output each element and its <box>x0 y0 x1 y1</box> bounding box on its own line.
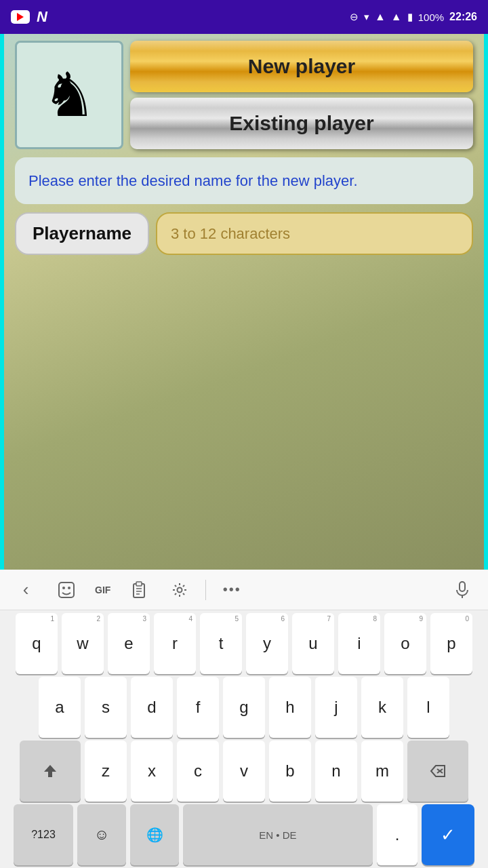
key-i[interactable]: i8 <box>338 613 380 674</box>
battery-percent: 100% <box>418 12 444 23</box>
youtube-icon <box>11 10 30 24</box>
svg-point-2 <box>68 587 70 589</box>
svg-rect-4 <box>136 582 142 586</box>
key-p[interactable]: p0 <box>430 613 472 674</box>
signal-icon-2: ▲ <box>391 11 402 23</box>
clock: 22:26 <box>449 11 477 23</box>
keyboard-area: ‹ GIF ••• <box>0 570 488 868</box>
keyboard-gif-button[interactable]: GIF <box>89 585 116 595</box>
key-q[interactable]: q1 <box>16 613 58 674</box>
key-backspace[interactable] <box>407 741 468 802</box>
minus-icon: ⊖ <box>350 11 359 23</box>
key-emoji[interactable]: ☺ <box>77 804 126 865</box>
key-b[interactable]: b <box>269 741 311 802</box>
status-left-icons: N <box>11 8 47 26</box>
key-r[interactable]: r4 <box>154 613 196 674</box>
input-row: Playername <box>15 212 473 255</box>
svg-point-8 <box>178 587 182 592</box>
key-w[interactable]: w2 <box>62 613 104 674</box>
key-j[interactable]: j <box>315 677 357 738</box>
key-c[interactable]: c <box>177 741 219 802</box>
key-space[interactable]: EN • DE <box>183 804 373 865</box>
key-y[interactable]: y6 <box>246 613 288 674</box>
key-s[interactable]: s <box>85 677 127 738</box>
key-t[interactable]: t5 <box>200 613 242 674</box>
key-row-4: ?123 ☺ 🌐 EN • DE . ✓ <box>3 804 485 865</box>
buttons-column: New player Existing player <box>130 41 473 149</box>
key-k[interactable]: k <box>361 677 403 738</box>
key-done[interactable]: ✓ <box>422 804 474 865</box>
status-right-icons: ⊖ ▾ ▲ ▲ ▮ 100% 22:26 <box>350 11 477 23</box>
status-bar: N ⊖ ▾ ▲ ▲ ▮ 100% 22:26 <box>0 0 488 34</box>
key-h[interactable]: h <box>269 677 311 738</box>
keyboard-sticker-button[interactable] <box>49 575 84 605</box>
keyboard-mic-button[interactable] <box>445 575 480 605</box>
toolbar-separator <box>205 580 206 600</box>
key-g[interactable]: g <box>223 677 265 738</box>
wifi-icon: ▾ <box>364 11 369 23</box>
key-row-2: a s d f g h j k l <box>3 677 485 738</box>
new-player-button[interactable]: New player <box>130 41 473 92</box>
key-f[interactable]: f <box>177 677 219 738</box>
keyboard-clipboard-button[interactable] <box>121 575 157 605</box>
playername-label: Playername <box>15 212 149 255</box>
playername-input[interactable] <box>156 212 473 255</box>
key-u[interactable]: u7 <box>292 613 334 674</box>
keyboard-back-button[interactable]: ‹ <box>8 575 43 605</box>
n-app-icon: N <box>37 8 47 26</box>
key-e[interactable]: e3 <box>108 613 150 674</box>
keyboard-settings-button[interactable] <box>162 575 197 605</box>
svg-rect-9 <box>460 582 465 591</box>
existing-player-button[interactable]: Existing player <box>130 98 473 149</box>
key-l[interactable]: l <box>407 677 449 738</box>
top-header: ♞ New player Existing player <box>15 41 473 149</box>
keyboard-more-button[interactable]: ••• <box>214 575 249 605</box>
key-d[interactable]: d <box>131 677 173 738</box>
key-globe[interactable]: 🌐 <box>130 804 179 865</box>
key-v[interactable]: v <box>223 741 265 802</box>
battery-icon: ▮ <box>407 11 413 23</box>
key-symbols[interactable]: ?123 <box>14 804 73 865</box>
description-box: Please enter the desired name for the ne… <box>15 157 473 204</box>
signal-icon-1: ▲ <box>375 11 386 23</box>
chess-icon-box: ♞ <box>15 41 123 149</box>
chess-knight-icon: ♞ <box>42 64 97 125</box>
key-z[interactable]: z <box>85 741 127 802</box>
key-row-1: q1 w2 e3 r4 t5 y6 u7 i8 o9 p0 <box>3 613 485 674</box>
app-area: ♞ New player Existing player Please ente… <box>0 34 488 570</box>
keyboard-toolbar: ‹ GIF ••• <box>0 570 488 610</box>
description-text: Please enter the desired name for the ne… <box>28 170 460 192</box>
key-o[interactable]: o9 <box>384 613 426 674</box>
keyboard-keys: q1 w2 e3 r4 t5 y6 u7 i8 o9 p0 a s d f g … <box>0 610 488 868</box>
key-x[interactable]: x <box>131 741 173 802</box>
svg-rect-0 <box>59 583 74 597</box>
key-row-3: z x c v b n m <box>3 741 485 802</box>
key-m[interactable]: m <box>361 741 403 802</box>
key-shift[interactable] <box>20 741 81 802</box>
key-period[interactable]: . <box>377 804 418 865</box>
svg-point-1 <box>62 587 65 589</box>
key-n[interactable]: n <box>315 741 357 802</box>
key-a[interactable]: a <box>39 677 81 738</box>
